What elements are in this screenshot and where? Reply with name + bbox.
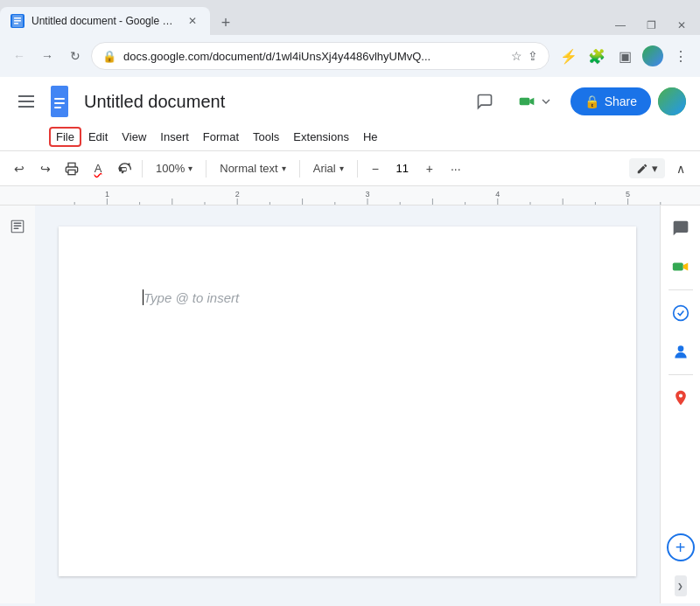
svg-marker-5 [68, 86, 75, 93]
tab-title: Untitled document - Google Do... [32, 15, 178, 27]
lock-icon: 🔒 [102, 50, 116, 63]
ruler: 1 2 3 4 5 [0, 186, 700, 205]
svg-text:1: 1 [105, 190, 109, 199]
bookmark-icon[interactable]: ☆ [511, 49, 522, 63]
style-select[interactable]: Normal text ▾ [212, 157, 293, 181]
ruler-inner: 1 2 3 4 5 [42, 186, 693, 205]
svg-rect-11 [68, 170, 75, 174]
svg-text:3: 3 [365, 190, 369, 199]
menu-bar: File Edit View Insert Format Tools Exten… [0, 122, 700, 150]
user-avatar[interactable] [658, 87, 686, 115]
header-right: 🔒 Share [469, 86, 686, 117]
share-lock-icon: 🔒 [584, 94, 599, 108]
sidebar-divider-2 [668, 374, 693, 375]
tab-favicon [10, 14, 24, 28]
paint-format-button[interactable] [112, 157, 136, 181]
url-text: docs.google.com/document/d/1wl4iUnsXj4y4… [123, 50, 504, 63]
svg-rect-7 [54, 102, 65, 104]
svg-rect-4 [51, 86, 68, 117]
svg-rect-3 [14, 23, 18, 24]
more-options-button[interactable]: ··· [444, 157, 468, 181]
share-button[interactable]: 🔒 Share [570, 87, 651, 115]
active-tab[interactable]: Untitled document - Google Do... ✕ [0, 7, 210, 35]
main-area: Type @ to insert [0, 205, 700, 603]
menu-item-tools[interactable]: Tools [246, 127, 286, 147]
forward-button[interactable]: → [35, 44, 60, 68]
meet-panel-button[interactable] [665, 251, 696, 282]
collapse-sidebar-button[interactable]: ❯ [675, 575, 687, 596]
zoom-select[interactable]: 100% ▾ [148, 157, 200, 181]
title-row: Untitled document 🔒 [0, 77, 700, 122]
document-page[interactable]: Type @ to insert [59, 226, 636, 576]
svg-rect-9 [519, 98, 529, 105]
right-sidebar: + ❯ [660, 205, 700, 603]
meet-button[interactable] [508, 87, 564, 115]
document-canvas-area[interactable]: Type @ to insert [35, 205, 660, 603]
document-content: Type @ to insert [143, 289, 573, 305]
undo-button[interactable]: ↩ [7, 157, 32, 181]
contacts-panel-button[interactable] [665, 336, 696, 367]
svg-rect-1 [14, 17, 21, 19]
font-size-input[interactable]: 11 [389, 159, 416, 178]
reload-button[interactable]: ↻ [63, 44, 88, 68]
font-size-control: − 11 + [363, 157, 442, 181]
menu-item-extensions[interactable]: Extensions [286, 127, 356, 147]
hamburger-icon [18, 95, 34, 108]
menu-item-edit[interactable]: Edit [81, 127, 115, 147]
add-plugin-button[interactable]: + [667, 533, 695, 561]
window-controls: — ❐ ✕ [612, 16, 700, 35]
share-page-icon[interactable]: ⇪ [528, 49, 538, 63]
toolbar-divider-1 [142, 160, 143, 178]
menu-item-view[interactable]: View [115, 127, 153, 147]
docs-logo [49, 84, 77, 119]
font-select[interactable]: Arial ▾ [305, 157, 352, 181]
edit-mode-button[interactable]: ▾ [629, 158, 665, 178]
left-toolbar [0, 205, 35, 603]
address-bar-row: ← → ↻ 🔒 docs.google.com/document/d/1wl4i… [0, 35, 700, 77]
chat-panel-button[interactable] [665, 212, 696, 244]
outline-panel-button[interactable] [4, 212, 32, 240]
address-bar[interactable]: 🔒 docs.google.com/document/d/1wl4iUnsXj4… [91, 42, 550, 70]
document-title[interactable]: Untitled document [84, 92, 462, 112]
svg-rect-41 [672, 262, 682, 270]
menu-item-insert[interactable]: Insert [153, 127, 196, 147]
hamburger-menu-button[interactable] [10, 86, 42, 117]
tasks-panel-button[interactable] [665, 297, 696, 329]
tab-close-button[interactable]: ✕ [186, 14, 200, 28]
restore-button[interactable]: ❐ [643, 16, 660, 35]
svg-point-44 [677, 345, 683, 352]
collapse-toolbar-button[interactable]: ∧ [668, 157, 693, 181]
redo-button[interactable]: ↪ [33, 157, 58, 181]
back-button[interactable]: ← [7, 44, 32, 68]
new-tab-button[interactable]: + [214, 10, 238, 35]
svg-text:4: 4 [495, 190, 500, 199]
svg-rect-39 [14, 226, 22, 227]
share-label: Share [605, 94, 637, 108]
font-size-decrease-button[interactable]: − [363, 157, 388, 181]
menu-item-help[interactable]: He [356, 127, 385, 147]
google-apps-icon[interactable]: ⚡ [556, 44, 581, 68]
extensions-icon[interactable]: 🧩 [584, 44, 609, 68]
maps-panel-button[interactable] [665, 382, 696, 414]
svg-text:5: 5 [626, 190, 630, 199]
font-size-increase-button[interactable]: + [417, 157, 442, 181]
close-button[interactable]: ✕ [674, 16, 690, 35]
menu-item-format[interactable]: Format [196, 127, 246, 147]
spell-check-button[interactable]: A [86, 157, 110, 181]
toolbar-divider-4 [357, 160, 358, 178]
document-placeholder: Type @ to insert [144, 290, 239, 305]
profile-icon[interactable] [640, 44, 665, 68]
browser-toolbar-icons: ⚡ 🧩 ▣ ⋮ [556, 44, 693, 68]
svg-text:2: 2 [235, 190, 240, 199]
sidebar-icon[interactable]: ▣ [612, 44, 637, 68]
add-icon: + [676, 538, 686, 558]
toolbar-divider-3 [299, 160, 300, 178]
print-button[interactable] [60, 157, 84, 181]
svg-rect-38 [14, 223, 22, 225]
comments-button[interactable] [469, 86, 500, 117]
menu-item-file[interactable]: File [49, 127, 81, 147]
chrome-menu-icon[interactable]: ⋮ [668, 44, 693, 68]
svg-rect-8 [54, 107, 61, 108]
minimize-button[interactable]: — [612, 16, 629, 35]
tab-bar: Untitled document - Google Do... ✕ + — ❐… [0, 0, 700, 35]
